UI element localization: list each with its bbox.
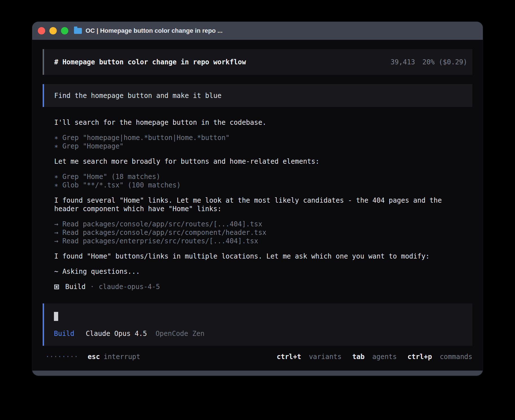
- token-count: 39,413: [390, 58, 415, 66]
- agent-status-line: Build · claude-opus-4-5: [54, 283, 461, 291]
- variants-label: variants: [309, 353, 342, 361]
- traffic-lights: [38, 27, 68, 34]
- titlebar: OC | Homepage button color change in rep…: [32, 22, 483, 40]
- assistant-text: I found several "Home" links. Let me loo…: [54, 196, 461, 213]
- close-button[interactable]: [38, 27, 45, 34]
- input-mode-line: Build Claude Opus 4.5 OpenCode Zen: [54, 329, 467, 338]
- tool-call-group: → Read packages/console/app/src/routes/[…: [54, 220, 461, 245]
- ctrl-p-key-hint: ctrl+p: [407, 353, 432, 361]
- assistant-text: Let me search more broadly for buttons a…: [54, 157, 461, 166]
- tool-call-read: → Read packages/console/app/src/componen…: [54, 228, 461, 237]
- working-status: ~ Asking questions...: [54, 267, 461, 276]
- conversation: I'll search for the homepage button in t…: [54, 118, 461, 291]
- tool-call-group: ∗ Grep "homepage|home.*button|Home.*butt…: [54, 134, 461, 150]
- tool-call-grep: ∗ Grep "Homepage": [54, 142, 461, 150]
- user-message-text: Find the homepage button and make it blu…: [54, 91, 221, 100]
- tool-call-read: → Read packages/console/app/src/routes/[…: [54, 220, 461, 228]
- text-cursor: [54, 312, 58, 321]
- agent-icon: [54, 285, 59, 289]
- statusbar: ········ esc interrupt ctrl+t variants t…: [43, 353, 472, 361]
- hint-agents: tab agents: [352, 353, 397, 361]
- minimize-button[interactable]: [49, 27, 57, 34]
- assistant-text: I'll search for the homepage button in t…: [54, 118, 461, 127]
- tool-call-group: ∗ Grep "Home" (18 matches) ∗ Glob "**/*.…: [54, 172, 461, 189]
- folder-icon: [74, 28, 82, 34]
- session-title: # Homepage button color change in repo w…: [54, 58, 246, 66]
- user-message: Find the homepage button and make it blu…: [43, 84, 472, 107]
- hint-commands: ctrl+p commands: [407, 353, 472, 361]
- statusbar-right: ctrl+t variants tab agents ctrl+p comman…: [266, 353, 472, 361]
- session-stats: 39,413 20% ($0.29): [390, 58, 467, 66]
- agent-mode-label[interactable]: Build: [54, 330, 74, 338]
- provider-label: OpenCode Zen: [156, 330, 204, 338]
- session-header: # Homepage button color change in repo w…: [43, 49, 472, 75]
- prompt-input[interactable]: Build Claude Opus 4.5 OpenCode Zen: [43, 303, 472, 346]
- terminal-content: # Homepage button color change in repo w…: [32, 40, 483, 371]
- spinner-dots-icon: ········: [45, 353, 78, 361]
- statusbar-left: ········ esc interrupt: [45, 353, 140, 361]
- agents-label: agents: [372, 353, 397, 361]
- esc-key-label: interrupt: [104, 353, 140, 361]
- separator-dot-icon: ·: [90, 283, 94, 291]
- tab-key-hint: tab: [352, 353, 365, 361]
- tool-call-grep: ∗ Grep "Home" (18 matches): [54, 172, 461, 181]
- agent-model: claude-opus-4-5: [99, 283, 160, 291]
- tool-call-glob: ∗ Glob "**/*.tsx" (100 matches): [54, 181, 461, 189]
- assistant-text: I found "Home" buttons/links in multiple…: [54, 252, 461, 261]
- esc-key-hint: esc: [88, 353, 100, 361]
- model-label: Claude Opus 4.5: [86, 330, 147, 338]
- commands-label: commands: [440, 353, 472, 361]
- terminal-window: OC | Homepage button color change in rep…: [32, 22, 483, 376]
- window-title: OC | Homepage button color change in rep…: [86, 27, 222, 34]
- hint-variants: ctrl+t variants: [277, 353, 342, 361]
- zoom-button[interactable]: [61, 27, 68, 34]
- ctrl-t-key-hint: ctrl+t: [277, 353, 301, 361]
- agent-name: Build: [65, 283, 86, 291]
- tool-call-grep: ∗ Grep "homepage|home.*button|Home.*butt…: [54, 134, 461, 142]
- context-percent-cost: 20% ($0.29): [422, 58, 467, 66]
- tool-call-read: → Read packages/enterprise/src/routes/[.…: [54, 237, 461, 245]
